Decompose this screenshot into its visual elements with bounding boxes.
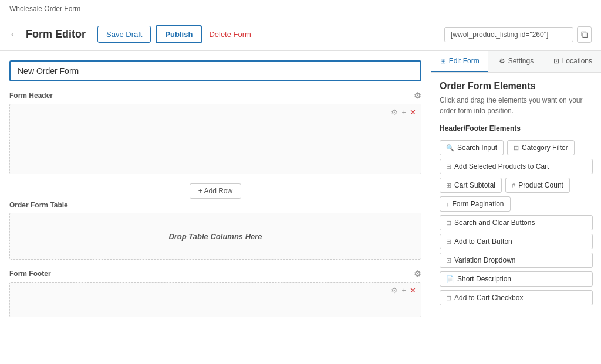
footer-gear-icon[interactable]: ⚙ [391, 286, 398, 295]
edit-form-icon: ⊞ [440, 57, 446, 65]
page-title: Form Editor [26, 28, 86, 40]
publish-button[interactable]: Publish [156, 25, 202, 43]
add-row-container: + Add Row [9, 183, 421, 199]
element-search-input[interactable]: 🔍 Search Input [440, 140, 504, 155]
header-delete-icon[interactable]: ✕ [410, 108, 416, 117]
form-header-drop-zone[interactable]: ⚙ + ✕ [9, 104, 421, 174]
add-selected-products-icon: ⊟ [446, 163, 451, 171]
header-add-icon[interactable]: + [401, 108, 406, 117]
delete-form-button[interactable]: Delete Form [209, 30, 251, 39]
form-name-input[interactable] [9, 60, 421, 81]
save-draft-button[interactable]: Save Draft [97, 26, 151, 43]
product-count-icon: # [512, 182, 515, 189]
footer-delete-icon[interactable]: ✕ [410, 286, 416, 295]
search-clear-buttons-icon: ⊟ [446, 219, 451, 227]
category-filter-icon: ⊞ [514, 144, 519, 152]
shortcode-container: ⧉ [444, 26, 592, 43]
form-footer-gear-icon[interactable]: ⚙ [414, 269, 421, 278]
element-short-description[interactable]: 📄 Short Description [440, 271, 593, 287]
footer-add-icon[interactable]: + [401, 286, 406, 295]
short-description-icon: 📄 [446, 275, 454, 283]
shortcode-input[interactable] [444, 27, 573, 42]
element-variation-dropdown[interactable]: ⊡ Variation Dropdown [440, 253, 593, 268]
top-bar-title: Wholesale Order Form [9, 5, 80, 13]
variation-dropdown-icon: ⊡ [446, 257, 451, 264]
elements-grid: 🔍 Search Input ⊞ Category Filter ⊟ Add S… [440, 140, 593, 305]
search-input-icon: 🔍 [446, 144, 454, 152]
elements-group-label: Header/Footer Elements [440, 124, 593, 135]
main-layout: Form Header ⚙ ⚙ + ✕ + Add Row Order Form… [0, 51, 601, 359]
table-drop-zone[interactable]: Drop Table Columns Here [9, 213, 421, 260]
cart-subtotal-icon: ⊞ [446, 182, 451, 189]
add-to-cart-checkbox-icon: ⊟ [446, 294, 451, 302]
panel-title: Order Form Elements [440, 81, 593, 91]
element-search-clear-buttons[interactable]: ⊟ Search and Clear Buttons [440, 215, 593, 230]
tab-locations[interactable]: ⊡ Locations [545, 51, 601, 72]
editor-area: Form Header ⚙ ⚙ + ✕ + Add Row Order Form… [0, 51, 431, 359]
top-bar: Wholesale Order Form [0, 0, 601, 18]
form-footer-section: Form Footer ⚙ ⚙ + ✕ [9, 269, 421, 317]
locations-icon: ⊡ [553, 57, 559, 65]
element-add-selected-products[interactable]: ⊟ Add Selected Products to Cart [440, 159, 593, 174]
back-button[interactable]: ← [9, 29, 19, 40]
element-form-pagination[interactable]: ↓ Form Pagination [440, 196, 511, 212]
element-cart-subtotal[interactable]: ⊞ Cart Subtotal [440, 178, 502, 193]
tab-edit-form[interactable]: ⊞ Edit Form [431, 51, 488, 72]
panel-subtitle: Click and drag the elements you want on … [440, 95, 593, 116]
toolbar: ← Form Editor Save Draft Publish Delete … [0, 18, 601, 51]
drop-table-text: Drop Table Columns Here [168, 232, 262, 241]
form-footer-drop-zone[interactable]: ⚙ + ✕ [9, 282, 421, 317]
order-form-table-section: Order Form Table Drop Table Columns Here [9, 201, 421, 260]
footer-toolbar: ⚙ + ✕ [391, 286, 416, 295]
add-row-button[interactable]: + Add Row [190, 183, 241, 199]
order-form-table-label: Order Form Table [9, 201, 421, 209]
panel-tabs: ⊞ Edit Form ⚙ Settings ⊡ Locations [431, 51, 601, 73]
panel-content: Order Form Elements Click and drag the e… [431, 73, 601, 318]
add-to-cart-button-icon: ⊟ [446, 238, 451, 246]
form-footer-label: Form Footer ⚙ [9, 269, 421, 278]
element-category-filter[interactable]: ⊞ Category Filter [507, 140, 575, 155]
header-gear-icon[interactable]: ⚙ [391, 108, 398, 117]
form-pagination-icon: ↓ [446, 200, 450, 207]
element-add-to-cart-button[interactable]: ⊟ Add to Cart Button [440, 234, 593, 249]
tab-settings[interactable]: ⚙ Settings [488, 51, 544, 72]
form-header-section-label: Form Header ⚙ [9, 91, 421, 100]
element-add-to-cart-checkbox[interactable]: ⊟ Add to Cart Checkbox [440, 290, 593, 305]
form-header-gear-icon[interactable]: ⚙ [414, 91, 421, 100]
form-header-toolbar: ⚙ + ✕ [391, 108, 416, 117]
copy-button[interactable]: ⧉ [577, 26, 592, 43]
settings-icon: ⚙ [499, 57, 505, 65]
element-product-count[interactable]: # Product Count [505, 178, 570, 193]
right-panel: ⊞ Edit Form ⚙ Settings ⊡ Locations Order… [431, 51, 601, 359]
